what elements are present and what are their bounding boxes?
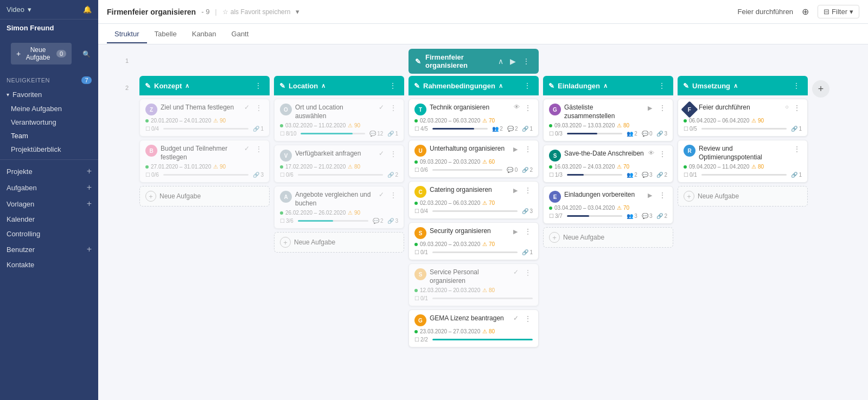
task-warn-1: ⚠ 90 — [213, 164, 226, 170]
sidebar-item-vorlagen[interactable]: Vorlagen + — [0, 196, 98, 212]
tab-struktur[interactable]: Struktur — [107, 25, 147, 43]
column-edit-icon-rahmen: ✎ — [414, 82, 420, 90]
add-view-button[interactable]: ⊕ — [800, 4, 811, 19]
task-play-btn-einlad-vorb[interactable]: ▶ — [646, 191, 654, 200]
project-header-play-btn[interactable]: ▶ — [508, 56, 518, 67]
task-einladungen-vorbereiten[interactable]: E Einladungen vorbereiten ▶ ⋮ 03.04.2020… — [543, 186, 673, 224]
task-loc-more-2[interactable]: ⋮ — [388, 191, 398, 199]
favoriten-section[interactable]: ▾ Favoriten — [0, 87, 98, 102]
task-avatar-security: S — [414, 227, 426, 239]
konzept-more-btn[interactable]: ⋮ — [252, 80, 264, 91]
task-feier-durchfuhren[interactable]: F Feier durchführen ○ ⋮ 06.04.2020 – 06.… — [678, 99, 808, 137]
task-save-date[interactable]: S Save-the-Date Anschreiben 👁 ⋮ 16.03.20… — [543, 145, 673, 183]
task-loc-more-1[interactable]: ⋮ — [388, 150, 398, 158]
task-play-btn-unterhalt[interactable]: ▶ — [511, 145, 520, 154]
task-rahmen-more-2[interactable]: ⋮ — [523, 186, 533, 195]
task-review[interactable]: R Review und Optimierungspotential ⋮ 09.… — [678, 140, 808, 183]
benutzer-add-icon[interactable]: + — [87, 244, 92, 254]
project-header-more-btn[interactable]: ⋮ — [520, 56, 532, 67]
filter-button[interactable]: ⊟ Filter ▾ — [818, 5, 859, 18]
new-task-umsetzung[interactable]: + Neue Aufgabe — [678, 186, 808, 207]
tab-kanban[interactable]: Kanban — [184, 25, 224, 43]
task-circle-icon-feier: ○ — [785, 104, 789, 110]
task-rahmen-more-3[interactable]: ⋮ — [523, 227, 533, 236]
task-more-btn-0[interactable]: ⋮ — [254, 104, 264, 112]
projekte-add-icon[interactable]: + — [87, 166, 92, 176]
project-header-box[interactable]: ✎ Firmenfeier organisieren ∧ ▶ ⋮ — [409, 49, 539, 74]
task-links-1: 🔗 3 — [253, 172, 264, 178]
new-task-button[interactable]: + Neue Aufgabe 0 — [11, 43, 72, 64]
task-gema-check[interactable]: ✓ — [512, 314, 520, 322]
task-gema[interactable]: G GEMA Lizenz beantragen ✓ ⋮ 23.03.2020 … — [409, 309, 539, 347]
tab-gantt[interactable]: Gantt — [224, 25, 257, 43]
dropdown-button[interactable]: ▾ — [296, 8, 299, 16]
task-loc-check-0[interactable]: ✓ — [378, 104, 385, 111]
task-play-btn-gaste[interactable]: ▶ — [646, 104, 654, 113]
task-play-btn-catering[interactable]: ▶ — [511, 186, 520, 195]
add-column-button[interactable]: + — [812, 80, 829, 98]
task-loc-check-2[interactable]: ✓ — [378, 191, 385, 198]
task-ziel-thema[interactable]: Z Ziel und Thema festlegen ✓ ⋮ 20.01.202… — [139, 99, 270, 137]
search-button[interactable] — [80, 47, 93, 60]
task-count: - 9 — [201, 8, 209, 16]
task-catering[interactable]: C Catering organisieren ▶ ⋮ 02.03.2020 –… — [409, 181, 539, 219]
task-verfugbarkeit[interactable]: V Verfügbarkeit anfragen ✓ ⋮ 17.02.2020 … — [274, 145, 404, 183]
sidebar-item-kontakte[interactable]: Kontakte — [0, 257, 98, 272]
task-angebote[interactable]: A Angebote vergleichen und buchen ✓ ⋮ 26… — [274, 186, 404, 229]
aufgaben-add-icon[interactable]: + — [87, 183, 92, 192]
task-unterhaltung[interactable]: U Unterhaltung organisieren ▶ ⋮ 09.03.20… — [409, 140, 539, 178]
task-umsetz-more-1[interactable]: ⋮ — [792, 145, 802, 153]
tab-tabelle[interactable]: Tabelle — [147, 25, 184, 43]
einlad-more-btn[interactable]: ⋮ — [656, 80, 668, 91]
new-task-konzept[interactable]: + Neue Aufgabe — [139, 186, 270, 207]
task-loc-check-1[interactable]: ✓ — [378, 150, 385, 157]
sidebar-item-controlling[interactable]: Controlling — [0, 227, 98, 241]
task-budget-teilnehmer[interactable]: B Budget und Teilnehmer festlegen ✓ ⋮ 27… — [139, 140, 270, 183]
new-task-location[interactable]: + Neue Aufgabe — [274, 232, 404, 253]
task-service-check[interactable]: ✓ — [512, 268, 520, 276]
task-rahmen-more-5[interactable]: ⋮ — [523, 314, 533, 323]
task-loc-more-0[interactable]: ⋮ — [388, 104, 398, 112]
favorite-button[interactable]: ☆ als Favorit speichern — [222, 8, 291, 16]
new-task-einladungen[interactable]: + Neue Aufgabe — [543, 227, 673, 248]
task-check-btn-0[interactable]: ✓ — [243, 104, 251, 111]
column-title-rahmen: Rahmenbedingungen — [423, 82, 495, 90]
task-rahmen-more-4[interactable]: ⋮ — [523, 268, 533, 277]
task-einlad-more-2[interactable]: ⋮ — [658, 191, 667, 199]
project-header-title: Firmenfeier organisieren — [425, 53, 492, 69]
task-umsetz-more-0[interactable]: ⋮ — [792, 104, 802, 112]
neuigkeiten-section[interactable]: Neuigkeiten 7 — [0, 73, 98, 87]
app-name[interactable]: Video — [7, 5, 31, 14]
column-header-umsetzung: ✎ Umsetzung ∧ ⋮ — [678, 76, 808, 95]
task-ort-location[interactable]: O Ort und Location auswählen ✓ ⋮ 03.02.2… — [274, 99, 404, 141]
column-edit-icon-umsetzung: ✎ — [683, 82, 689, 90]
task-gasteliste[interactable]: G Gästeliste zusammenstellen ▶ ⋮ 09.03.2… — [543, 99, 673, 141]
task-avatar-verfug: V — [280, 150, 292, 162]
sidebar-item-meine-aufgaben[interactable]: Meine Aufgaben — [0, 102, 98, 115]
sidebar-item-team[interactable]: Team — [0, 129, 98, 143]
task-einlad-more-0[interactable]: ⋮ — [658, 104, 667, 112]
task-play-btn-security[interactable]: ▶ — [511, 227, 520, 236]
location-more-btn[interactable]: ⋮ — [387, 80, 399, 91]
task-rahmen-more-0[interactable]: ⋮ — [523, 104, 533, 112]
breadcrumb: Feier durchführen — [737, 8, 793, 16]
task-service-personal[interactable]: S Service Personal organisieren ✓ ⋮ 12.0… — [409, 263, 539, 306]
rahmen-more-btn[interactable]: ⋮ — [521, 80, 533, 91]
task-check-btn-1[interactable]: ✓ — [243, 145, 251, 152]
sidebar-item-verantwortung[interactable]: Verantwortung — [0, 115, 98, 129]
sidebar-item-projektuberblick[interactable]: Projektüberblick — [0, 143, 98, 156]
bell-icon[interactable] — [83, 5, 92, 14]
sidebar-item-aufgaben[interactable]: Aufgaben + — [0, 179, 98, 196]
task-eye-icon-save: 👁 — [648, 150, 654, 156]
umsetzung-more-btn[interactable]: ⋮ — [790, 80, 802, 91]
task-security[interactable]: S Security organisieren ▶ ⋮ 09.03.2020 –… — [409, 222, 539, 260]
task-rahmen-more-1[interactable]: ⋮ — [523, 145, 533, 153]
sidebar-item-benutzer[interactable]: Benutzer + — [0, 241, 98, 257]
project-header-up-btn[interactable]: ∧ — [496, 56, 506, 67]
sidebar-item-projekte[interactable]: Projekte + — [0, 163, 98, 179]
vorlagen-add-icon[interactable]: + — [87, 199, 92, 209]
task-einlad-more-1[interactable]: ⋮ — [658, 150, 667, 158]
task-more-btn-1[interactable]: ⋮ — [254, 145, 264, 153]
task-technik[interactable]: T Technik organisieren 👁 ⋮ 02.03.2020 – … — [409, 99, 539, 137]
sidebar-item-kalender[interactable]: Kalender — [0, 212, 98, 227]
